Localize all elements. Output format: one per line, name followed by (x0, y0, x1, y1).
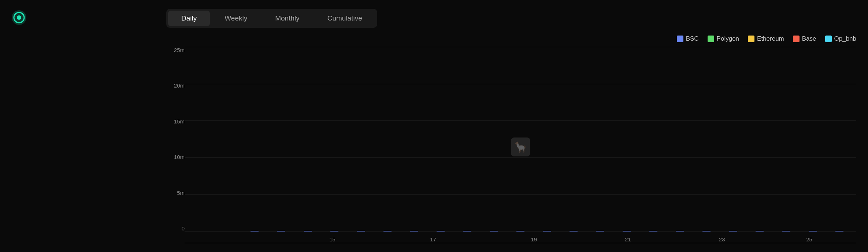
legend-bsc-dot (677, 36, 683, 42)
x-axis: 151719212325 (185, 231, 856, 243)
legend-polygon-label: Polygon (717, 35, 739, 42)
y-label-10m: 10m (166, 154, 185, 160)
x-label-19: 19 (531, 236, 537, 242)
legend-polygon-dot (708, 36, 714, 42)
x-label-25: 25 (806, 236, 812, 242)
y-label-5m: 5m (166, 190, 185, 196)
x-label-15: 15 (329, 236, 335, 242)
tab-daily[interactable]: Daily (168, 11, 210, 26)
tab-cumulative[interactable]: Cumulative (314, 11, 375, 26)
tab-bar: Daily Weekly Monthly Cumulative (166, 9, 377, 28)
chart-area: BSC Polygon Ethereum Base Op_bnb 25m (166, 35, 856, 243)
svg-point-2 (17, 15, 21, 20)
x-label-21: 21 (625, 236, 631, 242)
chart-wrapper: 25m 20m 15m 10m 5m 0 (166, 47, 856, 243)
y-label-0: 0 (166, 225, 185, 231)
legend-opbnb-label: Op_bnb (834, 35, 857, 42)
bars-area (185, 47, 856, 231)
volume-24h-block (12, 42, 146, 45)
tab-weekly[interactable]: Weekly (211, 11, 260, 26)
legend-row: BSC Polygon Ethereum Base Op_bnb (166, 35, 856, 42)
legend-ethereum-dot (748, 36, 754, 42)
legend-bsc-label: BSC (686, 35, 699, 42)
y-label-20m: 20m (166, 82, 185, 89)
legend-polygon: Polygon (708, 35, 739, 42)
legend-base: Base (793, 35, 816, 42)
logo-row (12, 10, 146, 25)
all-time-volume-block (12, 58, 146, 60)
y-label-25m: 25m (166, 47, 185, 53)
main-content: Daily Weekly Monthly Cumulative BSC Poly… (157, 0, 868, 252)
legend-base-label: Base (802, 35, 816, 42)
x-label-17: 17 (430, 236, 436, 242)
legend-opbnb-dot (825, 36, 832, 42)
legend-base-dot (793, 36, 800, 42)
legend-ethereum-label: Ethereum (757, 35, 784, 42)
legend-ethereum: Ethereum (748, 35, 784, 42)
tab-monthly[interactable]: Monthly (262, 11, 313, 26)
y-axis: 25m 20m 15m 10m 5m 0 (166, 47, 185, 243)
x-label-23: 23 (719, 236, 725, 242)
legend-opbnb: Op_bnb (825, 35, 857, 42)
sidebar (0, 0, 157, 252)
chart-inner: 🦙 151719212325 (185, 47, 856, 243)
udex-logo-icon (12, 10, 26, 25)
y-label-15m: 15m (166, 118, 185, 125)
legend-bsc: BSC (677, 35, 699, 42)
